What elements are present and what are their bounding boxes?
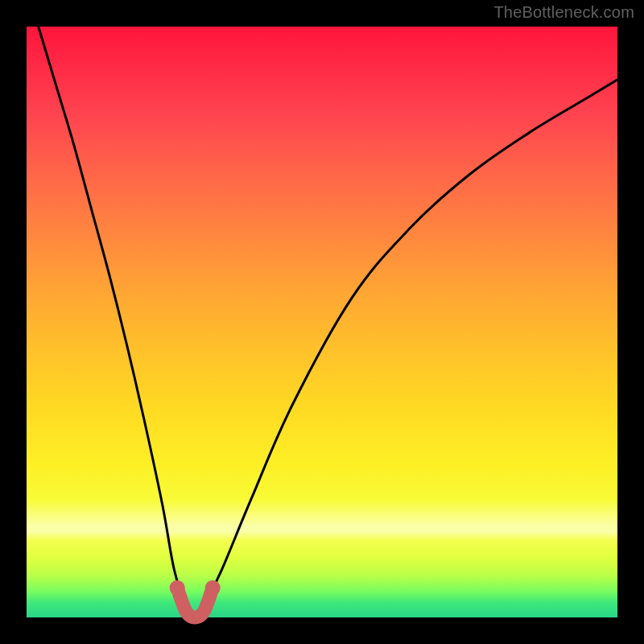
plot-area <box>27 27 617 617</box>
marker-dot <box>205 580 221 596</box>
marker-dot <box>170 580 185 596</box>
watermark-text: TheBottleneck.com <box>493 3 634 22</box>
chart-frame: TheBottleneck.com <box>0 0 644 644</box>
chart-svg <box>0 0 644 644</box>
